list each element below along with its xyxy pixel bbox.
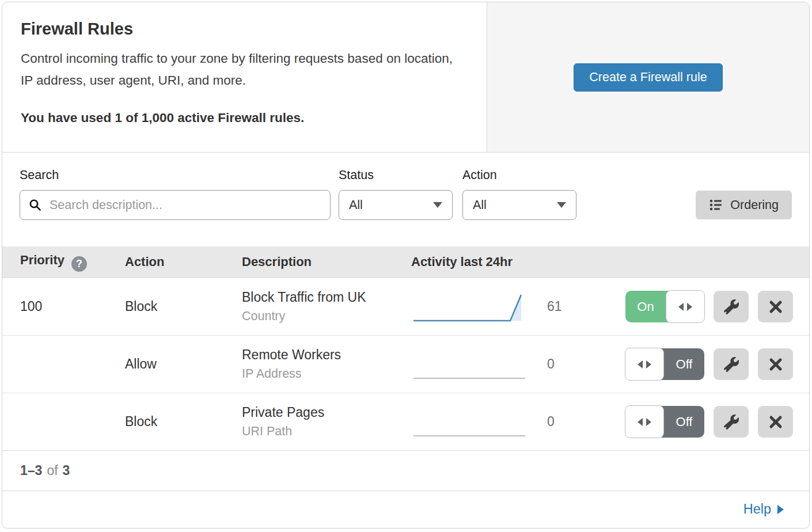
toggle-handle[interactable]	[625, 405, 664, 438]
action-selected-value: All	[473, 198, 487, 212]
close-icon	[769, 300, 783, 314]
toggle-state-label: Off	[664, 348, 704, 380]
edit-rule-button[interactable]	[714, 291, 749, 322]
table-header-row: Priority? Action Description Activity la…	[2, 246, 809, 278]
status-label: Status	[339, 168, 453, 183]
rule-description-cell: Block Traffic from UK Country	[224, 290, 393, 324]
table-row: 100 Block Block Traffic from UK Country …	[2, 278, 809, 335]
table-row: Block Private Pages URI Path 0 Off	[2, 393, 809, 450]
header-action-panel: Create a Firewall rule	[487, 2, 809, 152]
help-arrow-icon	[777, 505, 784, 514]
rule-description: Block Traffic from UK	[242, 290, 393, 305]
rule-activity-cell: 0	[393, 348, 604, 381]
rule-action: Allow	[107, 356, 224, 372]
search-icon	[28, 198, 42, 212]
edit-rule-button[interactable]	[714, 406, 749, 438]
rule-action: Block	[107, 299, 224, 314]
search-filter-group: Search	[20, 168, 331, 220]
status-selected-value: All	[349, 198, 363, 212]
rule-description-cell: Private Pages URI Path	[224, 405, 393, 439]
search-box[interactable]	[20, 190, 331, 220]
rule-priority: 100	[2, 299, 107, 314]
activity-sparkline	[411, 348, 526, 381]
search-label: Search	[20, 168, 331, 183]
rule-match-type: URI Path	[242, 424, 393, 439]
pagination-of: of	[47, 463, 58, 478]
action-label: Action	[462, 168, 576, 183]
rule-controls-cell: On	[604, 291, 809, 322]
rule-enabled-toggle[interactable]: Off	[625, 348, 704, 380]
page-title: Firewall Rules	[21, 20, 468, 39]
wrench-icon	[724, 415, 739, 430]
filter-bar: Search Status All Action All	[2, 153, 809, 246]
delete-rule-button[interactable]	[758, 348, 793, 380]
activity-count: 61	[547, 299, 562, 314]
toggle-arrows-icon	[638, 418, 643, 426]
rule-enabled-toggle[interactable]: On	[625, 291, 704, 322]
action-select[interactable]: All	[462, 190, 576, 220]
caret-down-icon	[433, 202, 442, 208]
rule-match-type: IP Address	[242, 367, 393, 381]
close-icon	[769, 358, 783, 371]
rule-activity-cell: 61	[393, 291, 604, 323]
help-circle-icon[interactable]: ?	[71, 256, 87, 272]
pagination-total: 3	[63, 463, 70, 478]
ordering-button-label: Ordering	[730, 198, 779, 212]
firewall-rules-card: Firewall Rules Control incoming traffic …	[2, 2, 810, 529]
table-row: Allow Remote Workers IP Address 0 Off	[2, 335, 809, 393]
help-link-label: Help	[743, 501, 771, 517]
rule-description-cell: Remote Workers IP Address	[224, 347, 393, 381]
pagination-range: 1–3	[20, 463, 42, 478]
ordering-button[interactable]: Ordering	[696, 191, 792, 219]
caret-down-icon	[557, 202, 566, 208]
wrench-icon	[724, 299, 739, 314]
delete-rule-button[interactable]	[758, 406, 793, 438]
toggle-handle[interactable]	[666, 290, 705, 323]
delete-rule-button[interactable]	[758, 291, 793, 322]
toggle-handle[interactable]	[625, 348, 664, 381]
search-input[interactable]	[48, 197, 322, 213]
close-icon	[769, 415, 783, 429]
rule-activity-cell: 0	[393, 406, 604, 438]
rule-description: Private Pages	[242, 405, 393, 420]
column-header-activity: Activity last 24hr	[393, 254, 604, 269]
activity-count: 0	[547, 414, 555, 430]
rule-enabled-toggle[interactable]: Off	[625, 406, 704, 438]
wrench-icon	[724, 357, 739, 372]
rule-match-type: Country	[242, 309, 393, 324]
status-select[interactable]: All	[339, 190, 453, 220]
activity-count: 0	[547, 356, 555, 372]
toggle-state-label: On	[625, 291, 666, 322]
rule-description: Remote Workers	[242, 347, 393, 363]
action-filter-group: Action All	[462, 168, 576, 220]
create-firewall-rule-button[interactable]: Create a Firewall rule	[574, 63, 722, 92]
rule-controls-cell: Off	[604, 406, 809, 438]
toggle-arrows-icon	[646, 360, 651, 368]
toggle-arrows-icon	[687, 303, 692, 311]
edit-rule-button[interactable]	[714, 348, 749, 380]
column-header-action: Action	[107, 254, 224, 269]
header-text-block: Firewall Rules Control incoming traffic …	[2, 2, 487, 152]
column-header-description: Description	[224, 254, 393, 269]
pagination-bar: 1–3 of 3	[2, 450, 809, 491]
toggle-arrows-icon	[638, 360, 643, 368]
column-header-priority: Priority?	[2, 253, 107, 272]
activity-sparkline	[411, 406, 526, 438]
help-link[interactable]: Help	[743, 501, 784, 517]
toggle-arrows-icon	[646, 418, 651, 426]
status-filter-group: Status All	[339, 168, 453, 220]
rule-controls-cell: Off	[604, 348, 809, 380]
toggle-state-label: Off	[664, 406, 704, 438]
ordering-list-icon	[709, 198, 723, 212]
activity-sparkline	[411, 291, 526, 323]
toggle-arrows-icon	[678, 303, 684, 311]
footer-bar: Help	[2, 491, 809, 527]
page-description: Control incoming traffic to your zone by…	[21, 48, 461, 92]
usage-note: You have used 1 of 1,000 active Firewall…	[21, 111, 468, 126]
header-section: Firewall Rules Control incoming traffic …	[2, 2, 809, 153]
rule-action: Block	[107, 414, 224, 430]
